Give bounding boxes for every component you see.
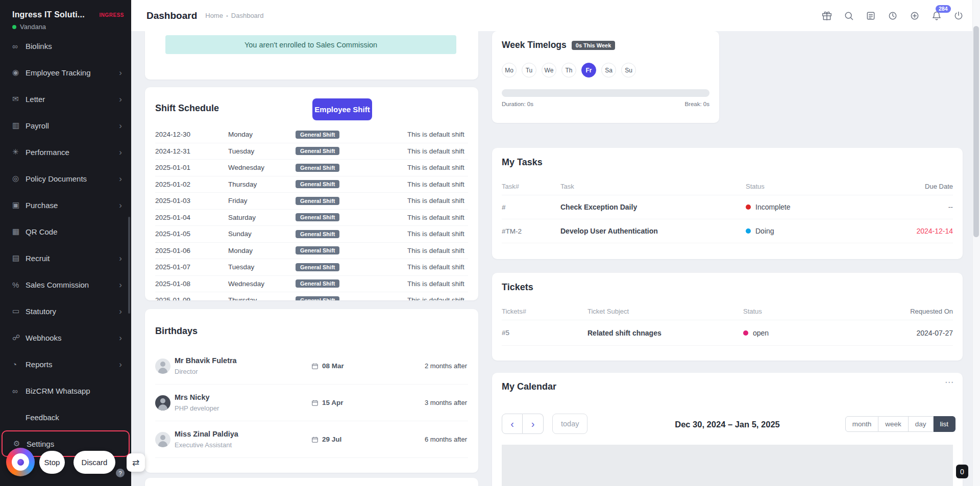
sidebar-scrollbar-thumb[interactable] bbox=[128, 217, 130, 314]
shift-day: Friday bbox=[228, 197, 296, 204]
birthday-row: Mr Bhavik Fuletra Director 08 Mar 2 mont… bbox=[155, 348, 468, 385]
my-tasks-title: My Tasks bbox=[502, 157, 953, 168]
recorder-logo-icon[interactable] bbox=[6, 448, 35, 476]
task-name[interactable]: Check Exception Daily bbox=[560, 203, 746, 211]
recorder-discard-button[interactable]: Discard bbox=[74, 451, 115, 474]
breadcrumb-current: Dashboard bbox=[231, 12, 264, 19]
ticket-subject[interactable]: Related shift chnages bbox=[587, 329, 743, 337]
shift-row: 2025-01-06 Monday General Shift This is … bbox=[155, 243, 468, 260]
sidebar-item-qr-code[interactable]: ▦ QR Code bbox=[0, 218, 131, 245]
shift-note: This is default shift bbox=[407, 164, 468, 171]
day-pill-th[interactable]: Th bbox=[561, 63, 576, 78]
day-pill-su[interactable]: Su bbox=[621, 63, 636, 78]
recorder-stop-button[interactable]: Stop bbox=[39, 451, 65, 474]
shift-day: Sunday bbox=[228, 230, 296, 238]
calendar-view-day[interactable]: day bbox=[909, 416, 934, 432]
shift-date: 2025-01-08 bbox=[155, 280, 228, 288]
sidebar-item-label: Policy Documents bbox=[26, 174, 87, 183]
day-pill-we[interactable]: We bbox=[542, 63, 556, 78]
workspace-switcher[interactable]: Ingress IT Soluti... Vandana INGRESS bbox=[0, 0, 131, 36]
day-pill-sa[interactable]: Sa bbox=[601, 63, 616, 78]
sidebar-item-statutory[interactable]: ▭ Statutory › bbox=[0, 298, 131, 324]
sidebar-item-label: Recruit bbox=[26, 254, 50, 263]
sidebar-item-label: BizCRM Whatsapp bbox=[26, 387, 90, 395]
weekday-pills: Mo Tu We Th Fr Sa Su bbox=[502, 63, 709, 78]
ticket-requested-on: 2024-07-27 bbox=[876, 329, 953, 337]
task-due-date: 2024-12-14 bbox=[887, 227, 953, 235]
task-id: #TM-2 bbox=[502, 227, 560, 235]
sidebar-item-employee-tracking[interactable]: ◉ Employee Tracking › bbox=[0, 59, 131, 86]
task-row[interactable]: # Check Exception Daily Incomplete -- bbox=[502, 195, 953, 219]
shift-schedule-title: Shift Schedule bbox=[155, 103, 219, 114]
sidebar-item-reports[interactable]: ◔ Reports › bbox=[0, 351, 131, 377]
calendar-menu-icon[interactable]: ⋯ bbox=[945, 377, 954, 388]
sidebar-item-bizcrm-whatsapp[interactable]: ∞ BizCRM Whatsapp bbox=[0, 377, 131, 404]
page-scrollbar-thumb[interactable] bbox=[973, 26, 979, 237]
birthday-row: Mrs Nicky PHP developer 15 Apr 3 months … bbox=[155, 385, 468, 421]
shift-note: This is default shift bbox=[407, 296, 468, 300]
shift-date: 2024-12-31 bbox=[155, 147, 228, 155]
sidebar-item-payroll[interactable]: ▥ Payroll › bbox=[0, 112, 131, 139]
gift-icon[interactable] bbox=[821, 10, 833, 22]
sidebar-item-letter[interactable]: ✉ Letter › bbox=[0, 86, 131, 112]
shift-type-badge: General Shift bbox=[296, 147, 339, 155]
sidebar-item-performance[interactable]: ✳ Performance › bbox=[0, 139, 131, 165]
header-actions: 284 bbox=[821, 10, 965, 22]
day-pill-tu[interactable]: Tu bbox=[522, 63, 536, 78]
floating-zero-badge[interactable]: 0 bbox=[956, 465, 968, 478]
swap-arrows-icon[interactable]: ⇄ bbox=[127, 453, 145, 472]
notifications-bell-icon[interactable]: 284 bbox=[930, 10, 943, 22]
sidebar-item-feedback[interactable]: Feedback bbox=[0, 404, 131, 430]
calendar-view-list[interactable]: list bbox=[934, 416, 956, 432]
employee-shift-button[interactable]: Employee Shift bbox=[312, 98, 372, 120]
power-icon[interactable] bbox=[952, 10, 965, 22]
sidebar-item-webhooks[interactable]: ☍ Webhooks › bbox=[0, 324, 131, 351]
calendar-view-month[interactable]: month bbox=[845, 416, 879, 432]
ticket-row[interactable]: #5 Related shift chnages open 2024-07-27 bbox=[502, 320, 953, 346]
sidebar-item-purchase[interactable]: ▣ Purchase › bbox=[0, 192, 131, 218]
chevron-right-icon: › bbox=[119, 148, 122, 157]
feedback-note-icon[interactable] bbox=[865, 10, 877, 22]
breadcrumb-separator: • bbox=[226, 13, 228, 19]
birthday-date: 15 Apr bbox=[322, 399, 344, 406]
shift-type-badge: General Shift bbox=[296, 131, 339, 139]
shift-note: This is default shift bbox=[407, 214, 468, 221]
shift-type-badge: General Shift bbox=[296, 164, 339, 172]
calendar-next-button[interactable]: › bbox=[523, 414, 544, 434]
birthday-role: Director bbox=[175, 368, 311, 375]
page-scrollbar[interactable] bbox=[972, 0, 980, 486]
help-icon[interactable]: ? bbox=[116, 469, 125, 477]
shift-type-badge: General Shift bbox=[296, 263, 339, 271]
calendar-prev-button[interactable]: ‹ bbox=[502, 414, 523, 434]
shift-row: 2025-01-07 Tuesday General Shift This is… bbox=[155, 259, 468, 276]
performance-icon: ✳ bbox=[12, 147, 26, 157]
shift-row: 2025-01-01 Wednesday General Shift This … bbox=[155, 160, 468, 176]
day-pill-fr[interactable]: Fr bbox=[581, 63, 596, 78]
search-icon[interactable] bbox=[843, 10, 855, 22]
day-pill-mo[interactable]: Mo bbox=[502, 63, 517, 78]
sidebar-item-recruit[interactable]: ▤ Recruit › bbox=[0, 245, 131, 271]
week-timelogs-title: Week Timelogs bbox=[502, 40, 567, 50]
history-clock-icon[interactable] bbox=[887, 10, 899, 22]
birthdays-card: Birthdays Mr Bhavik Fuletra Director 08 … bbox=[145, 309, 478, 473]
task-name[interactable]: Develop User Authentication bbox=[560, 227, 746, 235]
breadcrumb-home[interactable]: Home bbox=[205, 12, 223, 19]
sidebar-item-label: Performance bbox=[26, 148, 69, 157]
add-circle-icon[interactable] bbox=[909, 10, 921, 22]
chevron-right-icon: › bbox=[119, 68, 122, 77]
sidebar-nav: ∞ Biolinks ◉ Employee Tracking › ✉ Lette… bbox=[0, 33, 131, 457]
tickets-title: Tickets bbox=[502, 282, 953, 293]
calendar-today-button[interactable]: today bbox=[552, 414, 587, 434]
sidebar-item-sales-commission[interactable]: % Sales Commission › bbox=[0, 271, 131, 298]
shift-note: This is default shift bbox=[407, 147, 468, 155]
sidebar-item-biolinks[interactable]: ∞ Biolinks bbox=[0, 33, 131, 59]
shift-day: Thursday bbox=[228, 181, 296, 188]
sidebar-item-policy-documents[interactable]: ◎ Policy Documents › bbox=[0, 165, 131, 192]
col-requested-on: Requested On bbox=[876, 308, 953, 315]
my-tasks-card: My Tasks Task# Task Status Due Date # Ch… bbox=[492, 148, 963, 259]
col-status: Status bbox=[746, 183, 887, 190]
col-ticket-status: Status bbox=[743, 308, 876, 315]
shift-date: 2025-01-05 bbox=[155, 230, 228, 238]
task-row[interactable]: #TM-2 Develop User Authentication Doing … bbox=[502, 219, 953, 243]
calendar-view-week[interactable]: week bbox=[878, 416, 909, 432]
